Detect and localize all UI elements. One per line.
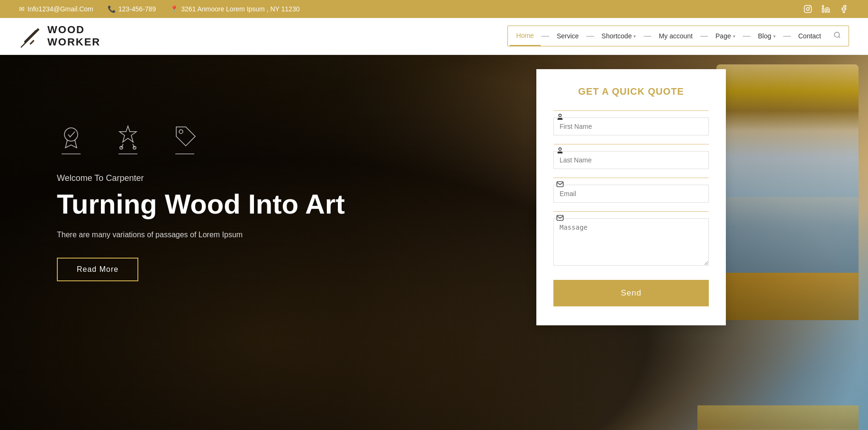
phone-icon: 📞	[108, 5, 116, 13]
nav-link-myaccount[interactable]: My account	[652, 27, 699, 45]
nav-link-page[interactable]: Page ▾	[709, 27, 742, 45]
top-bar-contact: ✉ Info1234@Gmail.Com 📞 123-456-789 📍 326…	[19, 5, 299, 13]
nav-link-home[interactable]: Home	[510, 26, 541, 46]
nav-item-service[interactable]: Service	[550, 27, 586, 45]
main-nav: Home — Service — Shortcode ▾ — My accoun…	[510, 26, 847, 46]
nav-item-home[interactable]: Home	[510, 26, 541, 46]
svg-line-9	[839, 36, 840, 38]
phone-text: 123-456-789	[118, 5, 156, 13]
logo-text: WOOD WORKER	[47, 24, 100, 49]
nav-sep-3: —	[642, 32, 652, 40]
quote-form-panel: GET A QUICK QUOTE	[536, 69, 726, 325]
facebook-icon[interactable]	[839, 4, 849, 14]
svg-point-8	[834, 32, 840, 37]
nav-item-contact[interactable]: Contact	[792, 27, 828, 45]
email-contact: ✉ Info1234@Gmail.Com	[19, 5, 93, 13]
divider-3	[553, 178, 709, 178]
nav-item-myaccount[interactable]: My account	[652, 27, 699, 45]
quote-title: GET A QUICK QUOTE	[553, 86, 709, 97]
nav-link-contact[interactable]: Contact	[792, 27, 828, 45]
logo-line2: WORKER	[47, 36, 100, 48]
first-name-group	[553, 110, 709, 135]
svg-rect-6	[29, 40, 35, 45]
linkedin-icon[interactable]	[821, 4, 831, 14]
shortcode-dropdown-arrow: ▾	[633, 34, 636, 39]
email-icon: ✉	[19, 5, 25, 13]
top-bar: ✉ Info1234@Gmail.Com 📞 123-456-789 📍 326…	[0, 0, 868, 18]
email-form-icon	[553, 178, 567, 191]
divider-4	[553, 211, 709, 212]
nav-link-service[interactable]: Service	[550, 27, 586, 45]
nav-item-page[interactable]: Page ▾	[709, 27, 742, 45]
nav-wrapper: Home — Service — Shortcode ▾ — My accoun…	[507, 26, 849, 46]
instagram-icon[interactable]	[803, 4, 813, 14]
message-icon	[553, 211, 567, 224]
logo-line1: WOOD	[47, 24, 85, 36]
blog-dropdown-arrow: ▾	[773, 34, 776, 39]
address-contact: 📍 3261 Anmoore Lorem Ipsum , NY 11230	[170, 5, 299, 13]
email-group	[553, 178, 709, 203]
nav-sep-4: —	[699, 32, 709, 40]
svg-point-2	[809, 7, 810, 8]
svg-point-13	[179, 130, 183, 134]
svg-point-10	[64, 128, 78, 141]
last-name-group	[553, 144, 709, 169]
nav-search[interactable]	[828, 27, 847, 45]
nav-link-shortcode[interactable]: Shortcode ▾	[595, 27, 643, 45]
header: WOOD WORKER Home — Service — Shortcode ▾…	[0, 18, 868, 55]
svg-point-4	[823, 6, 824, 7]
svg-point-15	[559, 148, 561, 150]
icon-line-1	[62, 153, 81, 154]
nav-sep-6: —	[782, 32, 792, 40]
phone-contact: 📞 123-456-789	[108, 5, 156, 13]
logo-icon	[19, 24, 43, 48]
nav-sep-2: —	[586, 32, 595, 40]
read-more-button[interactable]: Read More	[57, 258, 138, 281]
nav-sep-1: —	[541, 32, 550, 40]
last-name-icon	[553, 144, 567, 157]
svg-point-1	[806, 8, 809, 10]
icon-line-3	[175, 153, 194, 154]
hero-description: There are many variations of passages of…	[57, 229, 265, 241]
send-button[interactable]: Send	[553, 280, 709, 306]
svg-marker-7	[20, 28, 39, 48]
nav-link-blog[interactable]: Blog ▾	[751, 27, 782, 45]
email-text: Info1234@Gmail.Com	[27, 5, 93, 13]
svg-point-14	[559, 114, 561, 116]
first-name-input[interactable]	[553, 117, 709, 135]
svg-rect-3	[823, 8, 824, 12]
page-dropdown-arrow: ▾	[733, 34, 735, 39]
last-name-input[interactable]	[553, 151, 709, 169]
rating-icon-item	[114, 121, 142, 154]
divider-2	[553, 144, 709, 144]
email-input[interactable]	[553, 185, 709, 203]
svg-rect-0	[805, 6, 812, 13]
icon-line-2	[118, 153, 137, 154]
first-name-icon	[553, 110, 567, 124]
message-group	[553, 211, 709, 268]
address-text: 3261 Anmoore Lorem Ipsum , NY 11230	[181, 5, 299, 13]
nav-item-shortcode[interactable]: Shortcode ▾	[595, 27, 643, 45]
logo[interactable]: WOOD WORKER	[19, 24, 100, 49]
nav-item-blog[interactable]: Blog ▾	[751, 27, 782, 45]
location-icon: 📍	[170, 5, 178, 13]
tag-icon-item	[171, 121, 199, 154]
hero-content: Welcome To Carpenter Turning Wood Into A…	[0, 55, 868, 430]
search-button[interactable]	[828, 27, 847, 45]
hero-section: Welcome To Carpenter Turning Wood Into A…	[0, 55, 868, 430]
nav-sep-5: —	[742, 32, 751, 40]
quality-icon-item	[57, 121, 85, 154]
message-textarea[interactable]	[553, 218, 709, 266]
divider-1	[553, 110, 709, 111]
social-links	[803, 4, 849, 14]
